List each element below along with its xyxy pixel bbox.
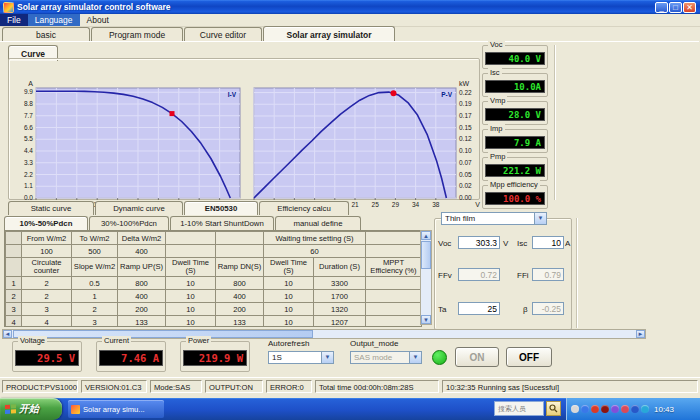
table-cell[interactable]: 10	[166, 277, 216, 290]
model-select[interactable]: Thin film ▼	[441, 212, 547, 225]
tabrow-main-tab-program-mode[interactable]: Program mode	[91, 27, 183, 42]
autorefresh-value: 1S	[272, 353, 321, 362]
tray-icon-2[interactable]	[591, 405, 599, 413]
table-cell[interactable]: 133	[216, 316, 264, 328]
chevron-down-icon[interactable]: ▼	[534, 213, 546, 224]
tray-icon-5[interactable]	[621, 405, 629, 413]
chevron-down-icon[interactable]: ▼	[409, 352, 421, 363]
svg-text:0.19: 0.19	[459, 100, 472, 107]
table-cell[interactable]: 400	[216, 290, 264, 303]
tabrow-sub-tab-manual-define[interactable]: manual define	[275, 216, 361, 230]
beta-field[interactable]	[532, 302, 564, 315]
table-cell[interactable]: 3	[22, 303, 72, 316]
table-cell[interactable]: 0.5	[72, 277, 118, 290]
chevron-down-icon[interactable]: ▼	[321, 352, 333, 363]
ta-field[interactable]	[458, 302, 500, 315]
table-cell[interactable]: 1320	[314, 303, 366, 316]
table-cell[interactable]: 10	[166, 303, 216, 316]
start-button[interactable]: 开始	[0, 398, 62, 420]
scroll-left-arrow[interactable]: ◄	[3, 330, 12, 338]
tabrow-mode-tab-static-curve[interactable]: Static curve	[8, 201, 94, 215]
menu-file[interactable]: File	[0, 14, 28, 26]
svg-text:6.6: 6.6	[24, 124, 33, 131]
tray-icon-7[interactable]	[641, 405, 649, 413]
tabrow-mode-tab-en50530[interactable]: EN50530	[184, 201, 258, 215]
svg-text:0.15: 0.15	[459, 124, 472, 131]
table-cell[interactable]: 10	[264, 303, 314, 316]
table-vertical-scrollbar[interactable]: ▲ ▼	[420, 230, 432, 325]
scroll-up-arrow[interactable]: ▲	[421, 231, 431, 240]
tabrow-mode-tab-dynamic-curve[interactable]: Dynamic curve	[95, 201, 183, 215]
table-cell[interactable]: 10	[166, 290, 216, 303]
close-button[interactable]: ✕	[683, 2, 696, 13]
table-cell[interactable]: 1	[72, 290, 118, 303]
table-cell[interactable]	[366, 277, 422, 290]
table-cell[interactable]: 1	[6, 277, 22, 290]
tray-icon-0[interactable]	[571, 405, 579, 413]
table-cell[interactable]: 400	[118, 290, 166, 303]
menu-language[interactable]: Language	[28, 14, 80, 26]
isc-field[interactable]	[532, 236, 564, 249]
table-cell[interactable]: 4	[22, 316, 72, 328]
table-cell[interactable]: 1700	[314, 290, 366, 303]
table-cell[interactable]: 2	[72, 303, 118, 316]
app-icon	[71, 405, 80, 414]
table-cell: 400	[118, 245, 166, 258]
autorefresh-select[interactable]: 1S ▼	[268, 351, 334, 364]
tray-icon-3[interactable]	[601, 405, 609, 413]
table-cell[interactable]: 10	[264, 290, 314, 303]
table-cell	[6, 245, 22, 258]
taskbar-item-solar-app[interactable]: Solar array simu...	[68, 400, 164, 418]
tabrow-mode-tab-efficiency-calcu[interactable]: Efficiency calcu	[259, 201, 349, 215]
tabrow-sub-tab-30-100-pdcn[interactable]: 30%-100%Pdcn	[89, 216, 169, 230]
tabrow-main-tab-curve-editor[interactable]: Curve editor	[184, 27, 262, 42]
ffi-field[interactable]	[532, 268, 564, 281]
tabrow-sub-tab-1-10-start-shuntdown[interactable]: 1-10% Start ShuntDown	[170, 216, 274, 230]
vscroll-thumb[interactable]	[421, 241, 431, 269]
table-cell[interactable]: 3300	[314, 277, 366, 290]
off-button[interactable]: OFF	[506, 347, 552, 367]
table-cell[interactable]	[366, 290, 422, 303]
ffv-field[interactable]	[458, 268, 500, 281]
tabrow-sub-tab-10-50-pdcn[interactable]: 10%-50%Pdcn	[4, 216, 88, 230]
table-cell[interactable]: 10	[166, 316, 216, 328]
on-button[interactable]: ON	[455, 347, 499, 367]
minimize-button[interactable]: _	[655, 2, 668, 13]
svg-text:38: 38	[432, 201, 440, 208]
title-bar[interactable]: Solar array simulator control software _…	[0, 0, 700, 14]
horizontal-scrollbar[interactable]: ◄ ►	[2, 329, 646, 339]
table-cell[interactable]: 2	[22, 277, 72, 290]
scroll-right-arrow[interactable]: ►	[636, 330, 645, 338]
tabrow-main-tab-basic[interactable]: basic	[2, 27, 90, 42]
table-cell[interactable]: 10	[264, 316, 314, 328]
isc-label: Isc	[517, 239, 527, 248]
table-cell[interactable]	[366, 303, 422, 316]
table-cell[interactable]: 200	[118, 303, 166, 316]
output-mode-select[interactable]: SAS mode ▼	[350, 351, 422, 364]
table-cell[interactable]: 133	[118, 316, 166, 328]
table-cell[interactable]: 2	[22, 290, 72, 303]
table-cell[interactable]: 3	[72, 316, 118, 328]
maximize-button[interactable]: □	[669, 2, 682, 13]
table-cell[interactable]: 3	[6, 303, 22, 316]
search-icon[interactable]	[546, 401, 561, 416]
tabrow-main-tab-solar-array-simulator[interactable]: Solar array simulator	[263, 26, 395, 42]
voc-field[interactable]	[458, 236, 500, 249]
tray-icon-1[interactable]	[581, 405, 589, 413]
table-cell[interactable]: 800	[118, 277, 166, 290]
tray-icon-4[interactable]	[611, 405, 619, 413]
taskbar-search-input[interactable]: 搜索人员	[494, 401, 544, 416]
en50530-sub-tab-strip: 10%-50%Pdcn30%-100%Pdcn1-10% Start Shunt…	[4, 215, 362, 230]
table-cell[interactable]: 10	[264, 277, 314, 290]
table-cell[interactable]: 2	[6, 290, 22, 303]
status-segment-5: Total time 00d:00h:08m:28S	[315, 380, 439, 393]
menu-about[interactable]: About	[80, 14, 116, 26]
tray-icon-6[interactable]	[631, 405, 639, 413]
scroll-down-arrow[interactable]: ▼	[421, 315, 431, 324]
table-cell[interactable]	[366, 316, 422, 328]
table-cell[interactable]: 1207	[314, 316, 366, 328]
table-cell[interactable]: 200	[216, 303, 264, 316]
table-cell[interactable]: 4	[6, 316, 22, 328]
hscroll-thumb[interactable]	[13, 330, 313, 338]
table-cell[interactable]: 800	[216, 277, 264, 290]
